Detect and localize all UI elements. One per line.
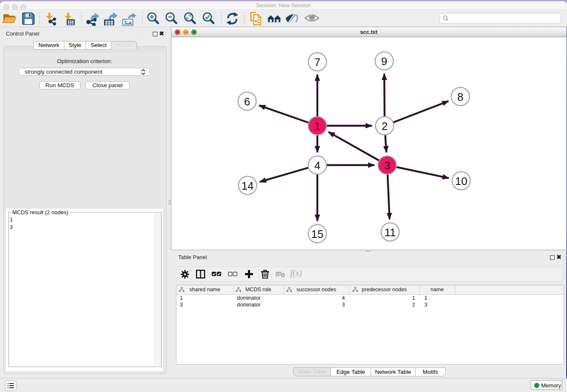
svg-text:7: 7 — [314, 56, 320, 69]
svg-text:15: 15 — [311, 228, 324, 240]
svg-text:14: 14 — [242, 179, 254, 192]
svg-text:9: 9 — [381, 55, 387, 68]
svg-text:3: 3 — [384, 159, 390, 172]
svg-text:11: 11 — [385, 226, 396, 239]
svg-text:8: 8 — [457, 91, 463, 103]
svg-text:2: 2 — [382, 120, 388, 133]
svg-text:10: 10 — [455, 175, 468, 188]
svg-text:1: 1 — [314, 120, 320, 133]
svg-text:6: 6 — [244, 95, 250, 108]
svg-text:4: 4 — [314, 159, 320, 172]
